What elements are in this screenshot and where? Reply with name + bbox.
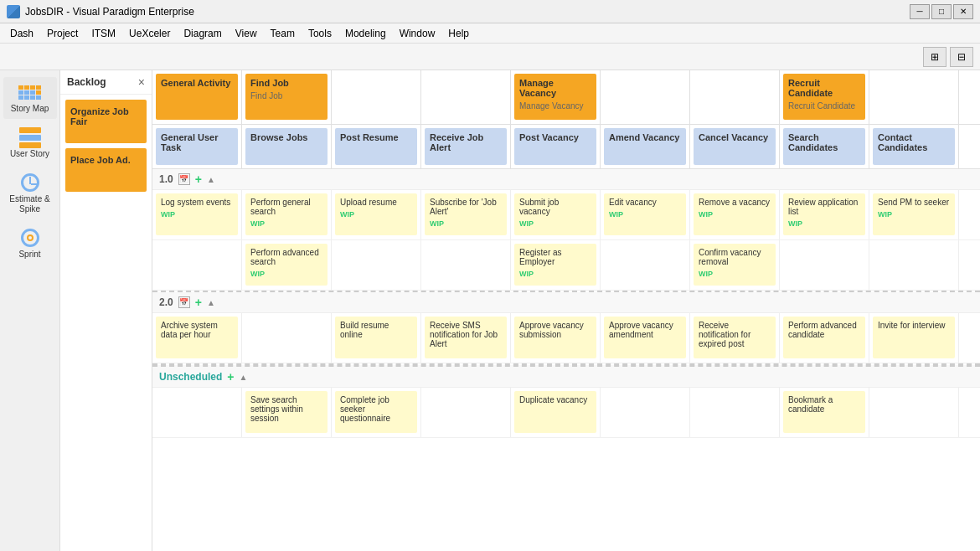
backlog-card-0[interactable]: Organize Job Fair bbox=[65, 100, 147, 143]
toolbar-grid-btn[interactable]: ⊞ bbox=[923, 47, 946, 67]
menu-modeling[interactable]: Modeling bbox=[338, 23, 393, 43]
app-title: JobsDIR - Visual Paradigm Enterprise bbox=[25, 6, 194, 18]
task-2-cell-7: Perform advanced candidate bbox=[780, 313, 869, 363]
epic-cell-8 bbox=[869, 70, 959, 124]
sprint-1-collapse-button[interactable]: ▲ bbox=[207, 175, 215, 184]
story-contact-candidates[interactable]: Contact Candidates bbox=[873, 128, 955, 165]
task-advanced-search[interactable]: Perform advanced search WIP bbox=[245, 244, 328, 286]
task-remove-vacancy[interactable]: Remove a vacancy WIP bbox=[694, 193, 776, 235]
story-cell-9 bbox=[959, 125, 980, 168]
story-amend-vacancy[interactable]: Amend Vacancy bbox=[604, 128, 686, 165]
task-cell-1-6-1: Confirm vacancy removal WIP bbox=[690, 240, 780, 290]
grid-icon bbox=[17, 82, 44, 102]
task-notification-expired[interactable]: Receive notification for expired post bbox=[694, 317, 776, 358]
task-log-system[interactable]: Log system events WIP bbox=[156, 193, 238, 235]
task-invite-interview[interactable]: Invite for interview bbox=[873, 317, 955, 358]
task-cell-1-8-1 bbox=[869, 240, 959, 290]
epic-cell-9 bbox=[959, 70, 980, 124]
task-advanced-candidate[interactable]: Perform advanced candidate bbox=[783, 317, 865, 358]
menu-view[interactable]: View bbox=[229, 23, 264, 43]
sprint-1-number: 1.0 bbox=[159, 173, 173, 185]
task-build-resume[interactable]: Build resume online bbox=[335, 317, 417, 358]
backlog-close-button[interactable]: × bbox=[138, 75, 145, 89]
sprint-2-calendar-icon: 📅 bbox=[178, 296, 190, 308]
story-general-user[interactable]: General User Task bbox=[156, 128, 238, 165]
menu-diagram[interactable]: Diagram bbox=[177, 23, 228, 43]
task-save-search[interactable]: Save search settings within session bbox=[245, 391, 328, 433]
sidebar-item-estimate[interactable]: Estimate & Spike bbox=[3, 167, 57, 219]
task-subscribe-alert[interactable]: Subscribe for 'Job Alert' WIP bbox=[425, 193, 507, 235]
sprint-2-task-row-1: Archive system data per hour Build resum… bbox=[152, 313, 980, 363]
task-confirm-removal[interactable]: Confirm vacancy removal WIP bbox=[694, 244, 776, 286]
epic-card-findjob[interactable]: Find Job Find Job bbox=[245, 74, 328, 120]
task-cell-1-7-1 bbox=[780, 240, 869, 290]
sidebar-item-sprint[interactable]: Sprint bbox=[3, 223, 57, 265]
sidebar: Story Map User Story Es bbox=[0, 70, 60, 551]
sprint-1-calendar-icon: 📅 bbox=[178, 173, 190, 185]
task-register-employer[interactable]: Register as Employer WIP bbox=[514, 244, 596, 286]
task-archive-data[interactable]: Archive system data per hour bbox=[156, 317, 238, 358]
unscheduled-add-button[interactable]: + bbox=[227, 370, 234, 384]
sprint-label: Sprint bbox=[18, 250, 40, 260]
menu-window[interactable]: Window bbox=[393, 23, 442, 43]
story-post-vacancy[interactable]: Post Vacancy bbox=[514, 128, 596, 165]
story-cancel-vacancy[interactable]: Cancel Vacancy bbox=[694, 128, 776, 165]
task-review-app[interactable]: Review application list WIP bbox=[783, 193, 865, 235]
task-edit-vacancy[interactable]: Edit vacancy WIP bbox=[604, 193, 686, 235]
toolbar-layout-btn[interactable]: ⊟ bbox=[950, 47, 973, 67]
backlog-items: Organize Job Fair Place Job Ad. bbox=[60, 95, 152, 551]
task-cell-1-4-1: Register as Employer WIP bbox=[511, 240, 601, 290]
story-post-resume[interactable]: Post Resume bbox=[335, 128, 417, 165]
sprint-2-collapse-button[interactable]: ▲ bbox=[207, 298, 215, 307]
menu-help[interactable]: Help bbox=[441, 23, 476, 43]
story-browse-jobs[interactable]: Browse Jobs bbox=[245, 128, 328, 165]
unscheduled-collapse-button[interactable]: ▲ bbox=[240, 373, 248, 382]
epic-card-recruit[interactable]: Recruit Candidate Recruit Candidate bbox=[783, 74, 865, 120]
minimize-button[interactable]: ─ bbox=[910, 4, 930, 19]
menu-project[interactable]: Project bbox=[40, 23, 85, 43]
sidebar-item-storymap[interactable]: Story Map bbox=[3, 77, 57, 119]
story-cell-0: General User Task bbox=[152, 125, 242, 168]
epic-card-general[interactable]: General Activity bbox=[156, 74, 238, 120]
backlog-card-1[interactable]: Place Job Ad. bbox=[65, 148, 147, 192]
sprint-2-header: 2.0 📅 + ▲ bbox=[152, 292, 980, 313]
task-cell-1-5-0: Edit vacancy WIP bbox=[601, 190, 690, 239]
close-button[interactable]: ✕ bbox=[953, 4, 973, 19]
task-approve-submission[interactable]: Approve vacancy submission bbox=[514, 317, 596, 358]
menu-itsm[interactable]: ITSM bbox=[85, 23, 122, 43]
task-approve-amendment[interactable]: Approve vacancy amendment bbox=[604, 317, 686, 358]
task-general-search[interactable]: Perform general search WIP bbox=[245, 193, 328, 235]
menu-uexceler[interactable]: UeXceler bbox=[122, 23, 177, 43]
task-submit-vacancy[interactable]: Submit job vacancy WIP bbox=[514, 193, 596, 235]
epic-cell-3 bbox=[421, 70, 511, 124]
sprint-2-add-button[interactable]: + bbox=[195, 296, 202, 309]
epic-cell-4: Manage Vacancy Manage Vacancy bbox=[511, 70, 601, 124]
epic-card-vacancy[interactable]: Manage Vacancy Manage Vacancy bbox=[514, 74, 596, 120]
epic-cell-6 bbox=[690, 70, 780, 124]
story-job-alert[interactable]: Receive Job Alert bbox=[425, 128, 507, 165]
task-bookmark-candidate[interactable]: Bookmark a candidate bbox=[783, 391, 865, 433]
sprint-2-number: 2.0 bbox=[159, 296, 173, 308]
menu-dash[interactable]: Dash bbox=[3, 23, 40, 43]
sprint-1-add-button[interactable]: + bbox=[195, 173, 202, 186]
task-sms-notification[interactable]: Receive SMS notification for Job Alert bbox=[425, 317, 507, 358]
unsched-cell-4: Duplicate vacancy bbox=[511, 388, 601, 437]
unsched-cell-5 bbox=[601, 388, 690, 437]
menu-team[interactable]: Team bbox=[264, 23, 302, 43]
task-2-cell-8: Invite for interview bbox=[869, 313, 959, 363]
menu-tools[interactable]: Tools bbox=[302, 23, 338, 43]
epic-cell-5 bbox=[601, 70, 690, 124]
content-area[interactable]: General Activity Find Job Find Job Manag… bbox=[152, 70, 980, 551]
unsched-cell-7: Bookmark a candidate bbox=[780, 388, 869, 437]
sidebar-item-userstory[interactable]: User Story bbox=[3, 122, 57, 164]
task-upload-resume[interactable]: Upload resume WIP bbox=[335, 193, 417, 235]
story-search-candidates[interactable]: Search Candidates bbox=[783, 128, 865, 165]
maximize-button[interactable]: □ bbox=[931, 4, 952, 19]
task-duplicate-vacancy[interactable]: Duplicate vacancy bbox=[514, 391, 596, 433]
task-send-pm[interactable]: Send PM to seeker WIP bbox=[873, 193, 955, 235]
task-complete-questionnaire[interactable]: Complete job seeker questionnaire bbox=[335, 391, 417, 433]
title-bar-controls[interactable]: ─ □ ✕ bbox=[910, 4, 973, 19]
task-cell-1-6-0: Remove a vacancy WIP bbox=[690, 190, 780, 239]
epic-cell-1: Find Job Find Job bbox=[242, 70, 332, 124]
task-cell-1-1-1: Perform advanced search WIP bbox=[242, 240, 332, 290]
